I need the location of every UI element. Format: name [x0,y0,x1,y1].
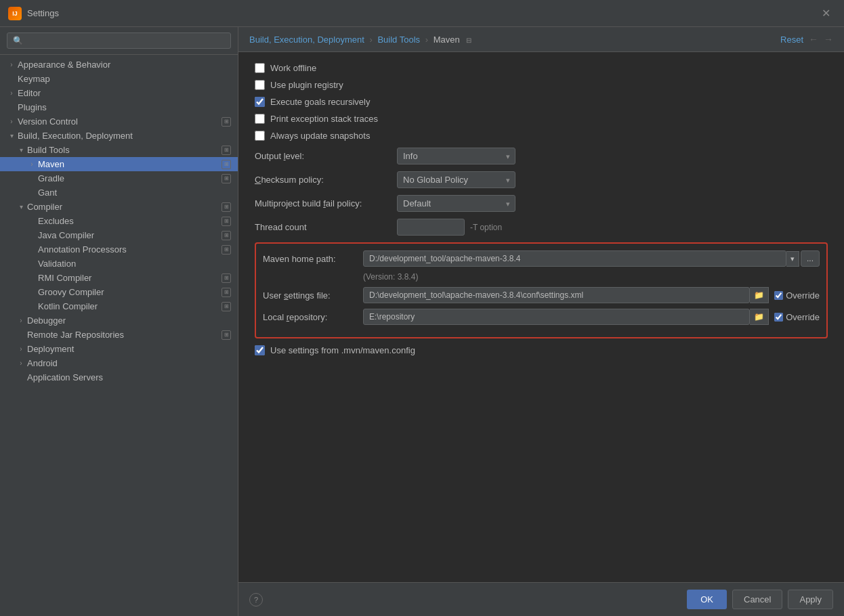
execute-goals-recursively-checkbox[interactable] [255,97,265,107]
arrow-down-icon: ▾ [7,131,16,141]
sidebar-item-label: Maven [38,159,64,169]
arrow-icon [27,302,37,311]
sidebar-item-android[interactable]: › Android [0,356,238,370]
output-level-select[interactable]: Info Debug Quiet [397,148,515,164]
sidebar-item-excludes[interactable]: Excludes ⊞ [0,214,238,228]
local-repository-label: Local repository: [263,312,363,322]
t-option-label: -T option [470,223,502,232]
menu-icon[interactable]: ⊟ [466,37,471,44]
output-level-label: Output level: [255,151,397,161]
arrow-icon: › [16,359,26,368]
sidebar-item-annotation-processors[interactable]: Annotation Processors ⊞ [0,242,238,257]
breadcrumb-bar: Build, Execution, Deployment › Build Too… [238,27,844,52]
sidebar-item-label: Kotlin Compiler [38,301,98,311]
settings-icon: ⊞ [221,160,231,169]
settings-icon: ⊞ [221,174,231,183]
breadcrumb-part1[interactable]: Build, Execution, Deployment [249,35,364,45]
sidebar-item-label: Compiler [27,202,62,212]
back-button[interactable]: ← [809,34,818,45]
multiproject-build-fail-policy-row: Multiproject build fail policy: Default … [255,195,828,212]
use-plugin-registry-label: Use plugin registry [270,80,343,90]
arrow-icon [27,245,37,255]
arrow-icon [27,231,37,240]
arrow-icon [16,330,26,340]
thread-count-input[interactable] [397,219,465,236]
sidebar-item-validation[interactable]: Validation [0,257,238,271]
print-exception-stack-traces-checkbox[interactable] [255,114,265,124]
always-update-snapshots-label: Always update snapshots [270,131,370,141]
sidebar-item-version-control[interactable]: › Version Control ⊞ [0,114,238,129]
checksum-policy-select[interactable]: No Global Policy Strict Lax Ignore [397,171,515,188]
sidebar-item-remote-jar-repositories[interactable]: Remote Jar Repositories ⊞ [0,328,238,342]
always-update-snapshots-row: Always update snapshots [255,131,828,141]
sidebar-item-label: Debugger [27,315,66,326]
cancel-button[interactable]: Cancel [732,590,782,609]
arrow-icon: › [16,316,26,326]
user-settings-file-label: User settings file: [263,290,363,301]
arrow-icon: › [7,117,16,127]
sidebar-item-label: Build, Execution, Deployment [18,131,133,141]
use-plugin-registry-checkbox[interactable] [255,80,265,90]
breadcrumb-sep1: › [369,35,372,45]
settings-icon: ⊞ [221,273,231,283]
multiproject-build-fail-policy-select[interactable]: Default Fail at End Fail Never [397,195,515,212]
sidebar-item-debugger[interactable]: › Debugger [0,313,238,328]
always-update-snapshots-checkbox[interactable] [255,131,265,141]
sidebar-item-deployment[interactable]: › Deployment [0,342,238,356]
user-settings-file-input[interactable] [363,287,750,303]
forward-button[interactable]: → [824,34,833,45]
sidebar-item-gradle[interactable]: Gradle ⊞ [0,171,238,185]
sidebar-item-keymap[interactable]: Keymap [0,72,238,86]
apply-button[interactable]: Apply [788,590,833,609]
sidebar-item-application-servers[interactable]: Application Servers [0,370,238,384]
output-level-row: Output level: Info Debug Quiet [255,148,828,164]
sidebar-item-build-execution-deployment[interactable]: ▾ Build, Execution, Deployment [0,129,238,143]
work-offline-checkbox[interactable] [255,63,265,73]
sidebar-item-plugins[interactable]: Plugins [0,100,238,114]
sidebar-item-kotlin-compiler[interactable]: Kotlin Compiler ⊞ [0,299,238,313]
maven-home-path-ellipsis-button[interactable]: ... [801,250,820,267]
local-repository-input[interactable] [363,309,750,325]
arrow-icon: › [27,160,37,169]
user-settings-file-override-checkbox[interactable] [774,291,783,300]
local-repository-override-checkbox[interactable] [774,313,783,322]
sidebar-item-label: Gradle [38,173,64,183]
use-settings-from-mvn-checkbox[interactable] [255,345,265,355]
settings-icon: ⊞ [221,288,231,297]
maven-home-path-input[interactable] [363,250,786,267]
sidebar-item-appearance-behavior[interactable]: › Appearance & Behavior [0,58,238,72]
sidebar-item-gant[interactable]: Gant [0,185,238,200]
settings-icon: ⊞ [221,146,231,155]
sidebar-item-rmi-compiler[interactable]: RMI Compiler ⊞ [0,271,238,285]
close-button[interactable]: ✕ [816,4,836,22]
settings-icon: ⊞ [221,302,231,311]
local-repository-override-label: Override [786,312,820,322]
sidebar-item-maven[interactable]: › Maven ⊞ [0,157,238,171]
breadcrumb-part2[interactable]: Build Tools [377,35,420,45]
sidebar-item-label: Validation [38,259,76,269]
right-panel: Build, Execution, Deployment › Build Too… [238,27,844,616]
arrow-icon [27,259,37,269]
arrow-icon [7,74,16,84]
sidebar-item-java-compiler[interactable]: Java Compiler ⊞ [0,228,238,242]
reset-button[interactable]: Reset [780,35,803,45]
local-repository-folder-button[interactable]: 📁 [750,309,769,325]
help-button[interactable]: ? [249,593,263,607]
user-settings-file-override-label: Override [786,290,820,301]
sidebar-item-label: Version Control [18,116,78,127]
highlighted-section: Maven home path: ▾ ... (Version: 3.8.4) … [255,242,828,338]
arrow-icon [27,288,37,297]
maven-home-path-dropdown-button[interactable]: ▾ [786,251,799,267]
sidebar-item-label: Android [27,358,58,368]
user-settings-file-folder-button[interactable]: 📁 [750,287,769,303]
thread-count-row: Thread count -T option [255,219,828,236]
local-repository-row: Local repository: 📁 Override [263,309,820,325]
sidebar: › Appearance & Behavior Keymap › Editor … [0,27,238,616]
ok-button[interactable]: OK [687,590,727,609]
search-input[interactable] [7,32,231,49]
arrow-icon [27,217,37,226]
sidebar-item-build-tools[interactable]: ▾ Build Tools ⊞ [0,143,238,157]
sidebar-item-groovy-compiler[interactable]: Groovy Compiler ⊞ [0,285,238,299]
sidebar-item-editor[interactable]: › Editor [0,86,238,100]
sidebar-item-compiler[interactable]: ▾ Compiler ⊞ [0,200,238,214]
